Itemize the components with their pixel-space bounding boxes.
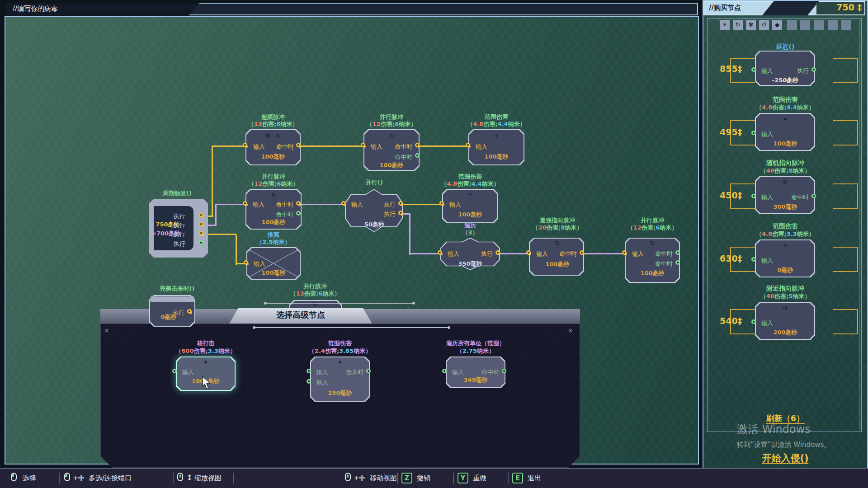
port-input[interactable] <box>622 250 627 255</box>
port-input[interactable] <box>438 250 442 255</box>
filter-empty-slot[interactable] <box>814 20 824 30</box>
node-title: 并行脉冲 <box>641 217 664 224</box>
port-onhit[interactable] <box>296 201 301 206</box>
filter-empty-slot[interactable] <box>800 20 810 30</box>
port-onhit-open[interactable] <box>296 211 301 216</box>
wire <box>215 205 217 226</box>
move-cross-icon: ✛ <box>78 473 85 483</box>
port-execute[interactable] <box>187 309 192 314</box>
adv-node-duration: 349毫秒 <box>463 376 487 384</box>
filter-empty-slot[interactable] <box>828 20 838 30</box>
port-label-in: 输入 <box>761 319 773 327</box>
node-duration: 100毫秒 <box>261 219 285 226</box>
windows-watermark-subtitle: 转到“设置”以激活 Windows。 <box>737 441 830 448</box>
port-onhit-open[interactable] <box>415 153 420 158</box>
node-stats: （20伤害;8纳米） <box>533 224 582 231</box>
shop-item-stats: （40伤害;8纳米） <box>760 167 810 174</box>
burst-icon: ✶ <box>338 359 343 366</box>
burst-icon: ✶ <box>783 242 788 249</box>
port-input[interactable] <box>526 250 531 255</box>
port-label-in: 输入 <box>476 143 487 150</box>
port-input[interactable] <box>466 143 470 147</box>
port-onhit-open[interactable] <box>675 250 680 255</box>
port-label-in2: 输入 <box>316 379 328 386</box>
filter-burst-icon[interactable]: ✶ <box>720 20 730 30</box>
port-label-in: 输入 <box>632 250 644 258</box>
decor-dot <box>412 302 415 305</box>
port-onhit-open[interactable] <box>675 260 680 265</box>
shop-item-title: 范围伤害 <box>773 96 798 103</box>
node-title: 并行脉冲 <box>262 173 285 180</box>
hint-divider <box>453 473 454 483</box>
port-execute[interactable] <box>199 231 203 235</box>
port-label-out: 命中时 <box>655 250 673 258</box>
port-label-in: 输入 <box>536 250 548 258</box>
key-e: E <box>512 473 523 483</box>
rotate-icon: ↻ <box>276 132 281 139</box>
filter-diamond-icon[interactable]: ◆ <box>772 20 782 30</box>
port-input[interactable] <box>243 143 247 147</box>
port-input-open[interactable] <box>172 369 177 373</box>
port-label-in: 输入 <box>253 201 264 208</box>
port-input-open[interactable] <box>442 369 447 373</box>
port-execute[interactable] <box>199 213 203 217</box>
port-onhit[interactable] <box>296 143 301 147</box>
balance: 750 ‡ <box>836 4 862 11</box>
port-onhit[interactable] <box>580 250 584 255</box>
hint-undo: 撤销 <box>417 474 430 483</box>
port-input[interactable] <box>243 201 247 206</box>
decor-line <box>266 303 414 304</box>
node-stats: （2.5纳米） <box>256 239 290 246</box>
port-input-open[interactable] <box>307 369 311 373</box>
port-input[interactable] <box>439 201 444 206</box>
port-input-open[interactable] <box>751 194 756 198</box>
port-input[interactable] <box>244 260 248 265</box>
rotate-icon: ↻ <box>313 301 318 308</box>
port-label-in: 输入 <box>761 257 773 264</box>
filter-empty-slot[interactable] <box>787 20 797 30</box>
node-duration: 100毫秒 <box>261 153 285 160</box>
port-input[interactable] <box>361 143 365 147</box>
filter-refresh-icon[interactable]: ↻ <box>733 20 743 30</box>
virus-editor-screen: //编写你的病毒 //购买节点 750 ‡ ✶ ↻ ✾ ↺ ◆ <box>0 0 868 488</box>
port-onhit-open[interactable] <box>811 194 816 198</box>
decor-dot <box>264 302 267 305</box>
filter-empty-slot[interactable] <box>841 20 851 30</box>
port-input-open[interactable] <box>751 257 756 262</box>
adv-node-title: 遍历所有单位（范围） <box>446 340 505 347</box>
port-execute[interactable] <box>398 201 403 206</box>
port-onkill-open[interactable] <box>366 369 371 373</box>
port-input[interactable] <box>341 201 346 206</box>
shop-item-title: 范围伤害 <box>773 222 798 230</box>
port-onhit-open[interactable] <box>502 369 506 373</box>
currency-icon: ‡ <box>858 2 862 12</box>
mouse-wheel-icon <box>177 473 183 481</box>
port-input-open[interactable] <box>751 319 756 324</box>
shop-item-price: 450‡ <box>720 192 742 199</box>
node-duration: 100毫秒 <box>379 162 403 169</box>
port-execute-open[interactable] <box>199 240 203 245</box>
port-onhit[interactable] <box>415 143 420 147</box>
wire <box>402 204 443 205</box>
adv-node-stats: （2.4伤害;3.85纳米） <box>309 347 371 355</box>
mouse-cursor <box>202 376 212 390</box>
filter-claw-icon[interactable]: ✾ <box>746 20 756 30</box>
port-label-out: 执行 <box>481 250 493 258</box>
mouse-left-icon <box>11 473 17 481</box>
port-input-open[interactable] <box>307 379 311 384</box>
port-execute[interactable] <box>398 211 403 215</box>
port-input-open[interactable] <box>751 67 756 72</box>
port-execute[interactable] <box>495 250 500 255</box>
port-execute-open[interactable] <box>811 67 816 72</box>
port-label-in: 输入 <box>254 260 265 267</box>
node-title: 超频脉冲 <box>261 113 285 121</box>
port-input-open[interactable] <box>751 131 756 135</box>
refresh-button[interactable]: 刷新（6） <box>766 415 805 424</box>
shop-item-duration: 200毫秒 <box>773 329 797 336</box>
start-intrusion-button[interactable]: 开始入侵() <box>762 455 808 464</box>
burst-icon: ✶ <box>203 359 208 366</box>
filter-rotate-icon[interactable]: ↺ <box>759 20 769 30</box>
port-execute[interactable] <box>199 222 203 226</box>
port-label-in: 输入 <box>761 194 773 201</box>
port-label-in: 输入 <box>449 201 461 208</box>
